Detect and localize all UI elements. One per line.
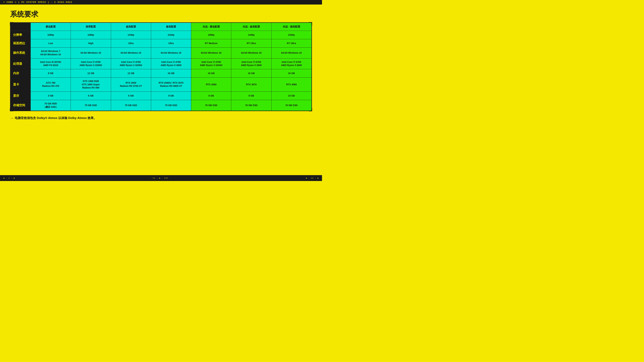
footer-note-text: 电脑音效须包含 Dolby® Atmos 以体验 Dolby Atmos 效果。: [15, 116, 96, 120]
row-label-7: 存储空间: [10, 100, 31, 111]
row-label-4: 内存: [10, 69, 31, 77]
top-bar: < CODE > ( PC SYSTEM SPECS ) - C 5332.59…: [0, 0, 322, 4]
cell-2-2: 64-bit Windows 10: [111, 48, 151, 58]
cell-1-3: Ultra: [151, 39, 191, 48]
bottom-bar: ◆ · I · ◆ · II · ◆ · III · ◆ · IV · ◆: [0, 175, 322, 181]
header-ultra: 超高配置: [111, 23, 151, 31]
row-label-6: 显存: [10, 91, 31, 100]
cell-5-4: RTX 2060: [191, 77, 231, 91]
cell-3-4: Intel Core i7-4790 AMD Ryzen 3 3200G: [191, 58, 231, 69]
cell-6-2: 6 GB: [111, 91, 151, 100]
cell-2-6: 64-bit Windows 10: [271, 48, 312, 58]
cell-2-3: 64-bit Windows 10: [151, 48, 191, 58]
table-row: 分辨率1080p1080p1440p2160p1080p1440p2160p: [10, 31, 312, 39]
cell-1-1: High: [71, 39, 111, 48]
cell-5-1: GTX 1060 6GB GTX 1660 Super Radeon RX 59…: [71, 77, 111, 91]
row-label-0: 分辨率: [10, 31, 31, 39]
table-header-row: 最低配置 推荐配置 超高配置 极高配置 光追 - 最低配置 光追 - 超高配置 …: [10, 23, 312, 31]
cell-6-0: 3 GB: [31, 91, 71, 100]
cell-0-1: 1080p: [71, 31, 111, 39]
cell-3-6: Intel Core i7-6700 AMD Ryzen 5 3600: [271, 58, 312, 69]
table-row: 显卡GTX 780 Radeon RX 470GTX 1060 6GB GTX …: [10, 77, 312, 91]
top-bar-text: < CODE > ( PC SYSTEM SPECS ) - C 5332.59…: [3, 1, 72, 3]
cell-6-5: 8 GB: [231, 91, 271, 100]
cell-1-5: RT Ultra: [231, 39, 271, 48]
row-label-5: 显卡: [10, 77, 31, 91]
cell-3-1: Intel Core i7-4790 AMD Ryzen 3 3200G: [71, 58, 111, 69]
cell-3-3: Intel Core i7-4790 AMD Ryzen 5 3600: [151, 58, 191, 69]
row-label-2: 操作系统: [10, 48, 31, 58]
page-title: 系统要求: [10, 9, 312, 19]
bottom-bar-right: ◆ · IV · ◆: [306, 177, 319, 179]
cell-3-5: Intel Core i7-6700 AMD Ryzen 5 3600: [231, 58, 271, 69]
cell-4-4: 16 GB: [191, 69, 231, 77]
cell-7-3: 70 GB SSD: [151, 100, 191, 111]
cell-0-4: 1080p: [191, 31, 231, 39]
cell-0-6: 2160p: [271, 31, 312, 39]
cell-5-3: RTX 2080S / RTX 3070 Radeon RX 6800 XT: [151, 77, 191, 91]
row-label-1: 画面档位: [10, 39, 31, 48]
specs-table-wrapper: 最低配置 推荐配置 超高配置 极高配置 光追 - 最低配置 光追 - 超高配置 …: [10, 22, 312, 111]
row-label-3: 处理器: [10, 58, 31, 69]
cell-5-5: RTX 3070: [231, 77, 271, 91]
table-row: 内存8 GB12 GB12 GB16 GB16 GB16 GB16 GB: [10, 69, 312, 77]
cell-0-3: 2160p: [151, 31, 191, 39]
table-row: 存储空间70 GB HDD （建议 SSD）70 GB SSD70 GB SSD…: [10, 100, 312, 111]
cell-7-5: 70 GB SSD: [231, 100, 271, 111]
cell-2-4: 64-bit Windows 10: [191, 48, 231, 58]
corner-bl: [10, 108, 13, 111]
bottom-bar-center: · II · ◆ · III ·: [150, 177, 170, 179]
cell-4-3: 16 GB: [151, 69, 191, 77]
cell-4-1: 12 GB: [71, 69, 111, 77]
cell-0-5: 1440p: [231, 31, 271, 39]
cell-6-6: 10 GB: [271, 91, 312, 100]
cell-5-2: RTX 2060 Radeon RX 5700 XT: [111, 77, 151, 91]
header-empty: [10, 23, 31, 31]
cell-7-4: 70 GB SSD: [191, 100, 231, 111]
cell-4-2: 12 GB: [111, 69, 151, 77]
cell-7-2: 70 GB SSD: [111, 100, 151, 111]
watermark: 知乎用户: [293, 166, 312, 173]
bottom-bar-left: ◆ · I · ◆: [3, 177, 15, 179]
cell-3-0: Intel Core i5-3570K AMD FX-8310: [31, 58, 71, 69]
cell-7-6: 70 GB SSD: [271, 100, 312, 111]
corner-br: [309, 108, 312, 111]
cell-4-6: 16 GB: [271, 69, 312, 77]
cell-0-0: 1080p: [31, 31, 71, 39]
cell-5-6: RTX 3080: [271, 77, 312, 91]
header-rt-ultra: 光追 - 超高配置: [231, 23, 271, 31]
cell-6-1: 6 GB: [71, 91, 111, 100]
table-row: 显存3 GB6 GB6 GB8 GB6 GB8 GB10 GB: [10, 91, 312, 100]
table-row: 处理器Intel Core i5-3570K AMD FX-8310Intel …: [10, 58, 312, 69]
cell-2-1: 64-bit Windows 10: [71, 48, 111, 58]
cell-2-0: 64-bit Windows 7 64-bit Windows 10: [31, 48, 71, 58]
corner-tl: [10, 22, 13, 25]
footer-note: 电脑音效须包含 Dolby® Atmos 以体验 Dolby Atmos 效果。: [10, 116, 312, 120]
cell-4-0: 8 GB: [31, 69, 71, 77]
cell-6-3: 8 GB: [151, 91, 191, 100]
cell-7-1: 70 GB SSD: [71, 100, 111, 111]
cell-4-5: 16 GB: [231, 69, 271, 77]
corner-tr: [309, 22, 312, 25]
header-rt-min: 光追 - 最低配置: [191, 23, 231, 31]
cell-1-0: Low: [31, 39, 71, 48]
header-recommended: 推荐配置: [71, 23, 111, 31]
cell-1-2: Ultra: [111, 39, 151, 48]
table-row: 操作系统64-bit Windows 7 64-bit Windows 1064…: [10, 48, 312, 58]
cell-0-2: 1440p: [111, 31, 151, 39]
cell-1-4: RT Medium: [191, 39, 231, 48]
header-extreme: 极高配置: [151, 23, 191, 31]
cell-3-2: Intel Core i7-4790 AMD Ryzen 3 3200G: [111, 58, 151, 69]
cell-7-0: 70 GB HDD （建议 SSD）: [31, 100, 71, 111]
cell-6-4: 6 GB: [191, 91, 231, 100]
header-rt-extreme: 光追 - 极高配置: [271, 23, 312, 31]
cell-1-6: RT Ultra: [271, 39, 312, 48]
header-min: 最低配置: [31, 23, 71, 31]
specs-table: 最低配置 推荐配置 超高配置 极高配置 光追 - 最低配置 光追 - 超高配置 …: [10, 23, 312, 111]
table-row: 画面档位LowHighUltraUltraRT MediumRT UltraRT…: [10, 39, 312, 48]
cell-2-5: 64-bit Windows 10: [231, 48, 271, 58]
main-content: 系统要求 最低配置 推荐配置 超高配置 极高配置 光追 - 最低配置 光追 - …: [0, 4, 322, 123]
cell-5-0: GTX 780 Radeon RX 470: [31, 77, 71, 91]
